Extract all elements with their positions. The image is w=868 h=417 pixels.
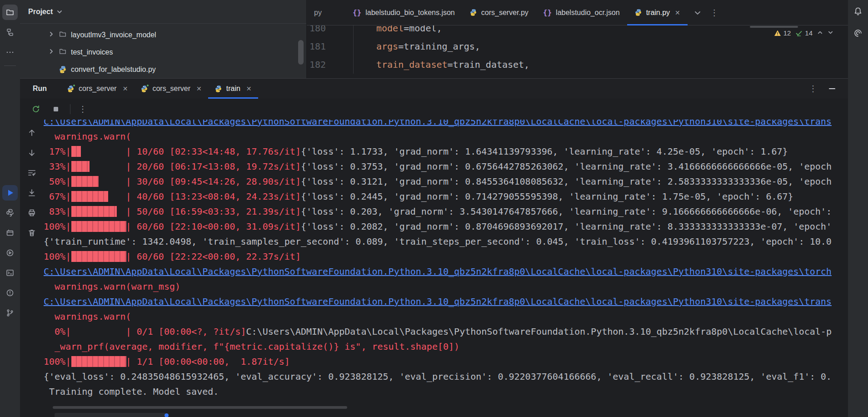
console-row: 100%|| 60/60 [22:22<00:00, 22.37s/it]: [44, 249, 848, 264]
console-options-kebab-icon[interactable]: ⋮: [79, 105, 87, 113]
editor-tab-labelstudio_ocr.json[interactable]: {}labelstudio_ocr.json: [536, 0, 627, 25]
console-stderr-text: 67%|: [44, 191, 71, 202]
run-tabs: cors_server✕cors_server✕train✕: [60, 79, 258, 99]
console-stdout-text: Training complete. Model saved.: [44, 386, 219, 397]
close-tab-icon[interactable]: ✕: [196, 85, 202, 92]
console-row: warnings.warn(: [44, 309, 848, 324]
services-tool-icon[interactable]: [2, 245, 18, 261]
terminal-tool-icon[interactable]: [2, 265, 18, 281]
right-tool-stripe: [848, 0, 868, 417]
editor-area[interactable]: 180model=model,181args=training_args,182…: [307, 25, 848, 78]
console-stderr-text: | 50/60 [16:59<03:33, 21.39s/it]: [126, 206, 301, 217]
project-panel-header[interactable]: Project: [20, 0, 306, 24]
print-button[interactable]: [26, 207, 38, 219]
run-tab-cors_server[interactable]: cors_server✕: [134, 79, 208, 99]
arrow-up-button[interactable]: [26, 127, 38, 139]
progress-bar: [71, 206, 125, 217]
console-hscrollbar-thumb[interactable]: [53, 406, 347, 409]
console-stderr-text: | 0/1 [00:00<?, ?it/s]: [126, 326, 246, 337]
editor-tab-labelstudio_bio_tokens.json[interactable]: {}labelstudio_bio_tokens.json: [345, 0, 462, 25]
console-stderr-text: | 40/60 [13:23<08:04, 24.23s/it]: [126, 191, 301, 202]
console-stderr-text: | 30/60 [09:45<14:26, 28.90s/it]: [126, 176, 301, 187]
run-tab-label: cors_server: [152, 85, 190, 93]
python-run-icon: [67, 85, 75, 93]
left-stripe-bottom-group: [2, 185, 18, 325]
progress-bar-fill: [71, 206, 117, 217]
ai-assistant-icon[interactable]: [853, 28, 863, 40]
console-row: {'eval_loss': 0.24835048615932465, 'eval…: [44, 369, 848, 384]
tab-bar-actions: ⋮: [694, 0, 723, 25]
left-stripe-top-group: [2, 5, 18, 65]
scroll-to-end-button[interactable]: [26, 187, 38, 199]
warnings-count: 12: [783, 29, 791, 37]
progress-bar: [71, 221, 125, 232]
code-keyword-arg: args: [376, 41, 398, 52]
run-toolbar: ⋮: [20, 99, 848, 120]
run-tab-label: cors_server: [79, 85, 117, 93]
tab-options-kebab-icon[interactable]: ⋮: [710, 9, 718, 17]
tab-label: labelstudio_bio_tokens.json: [365, 9, 455, 17]
close-tab-icon[interactable]: ✕: [246, 85, 252, 92]
console-file-link[interactable]: C:\Users\ADMIN\AppData\Local\Packages\Py…: [44, 120, 832, 127]
run-tab-train[interactable]: train✕: [208, 79, 258, 99]
run-tab-label: train: [226, 85, 240, 93]
tree-item-label: test_invoices: [71, 48, 113, 56]
progress-bar: [71, 356, 125, 367]
arrow-down-button[interactable]: [26, 147, 38, 159]
python-packages-tool-icon[interactable]: [2, 205, 18, 221]
soft-wrap-button[interactable]: [26, 167, 38, 179]
problems-tool-icon[interactable]: [2, 285, 18, 301]
tree-item-test_invoices[interactable]: test_invoices: [20, 44, 306, 61]
previous-problem-button[interactable]: [817, 29, 823, 37]
console-row: C:\Users\ADMIN\AppData\Local\Packages\Py…: [44, 120, 848, 129]
rerun-button[interactable]: [30, 103, 42, 115]
more-tool-windows-icon[interactable]: [2, 45, 18, 60]
close-tab-icon[interactable]: ✕: [123, 85, 128, 92]
console-row: {'train_runtime': 1342.0498, 'train_samp…: [44, 234, 848, 249]
editor-tab-py[interactable]: py: [307, 0, 345, 25]
progress-bar: [71, 326, 125, 337]
tab-label: cors_server.py: [481, 9, 529, 17]
tree-item-convert_for_labelstudio.py[interactable]: convert_for_labelstudio.py: [20, 61, 306, 78]
project-panel-title: Project: [28, 8, 53, 16]
minimize-panel-icon[interactable]: [829, 88, 835, 89]
chevron-right-icon[interactable]: [48, 31, 55, 39]
console-row: Training complete. Model saved.: [44, 384, 848, 399]
console-stderr-text: | 1/1 [00:00<00:00, 1.87it/s]: [126, 356, 290, 367]
console-row: 33%|| 20/60 [06:17<13:08, 19.72s/it]{'lo…: [44, 159, 848, 174]
run-tab-cors_server[interactable]: cors_server✕: [60, 79, 134, 99]
run-options-kebab-icon[interactable]: ⋮: [809, 85, 817, 93]
json-file-icon: {}: [353, 8, 361, 17]
python-console-tool-icon[interactable]: [2, 225, 18, 241]
console-file-link[interactable]: C:\Users\ADMIN\AppData\Local\Packages\Py…: [44, 266, 832, 277]
clipped-bottom-row: [55, 413, 166, 417]
console-row: warnings.warn(warn_msg): [44, 279, 848, 294]
progress-bar-fill: [71, 221, 126, 232]
clear-trash-button[interactable]: [26, 227, 38, 239]
close-tab-icon[interactable]: ✕: [675, 9, 680, 16]
python-run-icon: [215, 85, 222, 93]
structure-tool-icon[interactable]: [2, 25, 18, 40]
chevron-down-icon[interactable]: [694, 9, 701, 16]
structure-icon: [5, 28, 15, 37]
inspection-ok[interactable]: 14: [795, 29, 813, 37]
stop-button[interactable]: [50, 103, 62, 115]
clipped-bottom-indicator-dot: [165, 413, 169, 417]
project-scrollbar-thumb[interactable]: [298, 40, 304, 65]
tree-item-layoutlmv3_invoice_model[interactable]: layoutlmv3_invoice_model: [20, 26, 306, 44]
console-stdout-text: C:\Users\ADMIN\AppData\Local\Packages\Py…: [246, 326, 832, 337]
next-problem-button[interactable]: [828, 29, 833, 37]
chevron-right-icon[interactable]: [48, 48, 55, 56]
editor-tab-train.py[interactable]: train.py✕: [627, 0, 688, 25]
inspection-warnings[interactable]: 12: [774, 29, 791, 37]
code-line-181: 181args=training_args,: [307, 37, 848, 55]
editor-tab-cors_server.py[interactable]: cors_server.py: [462, 0, 536, 25]
run-panel-title: Run: [33, 79, 47, 99]
more-icon: [5, 48, 15, 57]
console-file-link[interactable]: C:\Users\ADMIN\AppData\Local\Packages\Py…: [44, 296, 832, 307]
notifications-bell-icon[interactable]: [853, 6, 863, 18]
progress-bar: [71, 146, 125, 157]
project-tool-icon[interactable]: [2, 5, 18, 20]
run-tool-icon[interactable]: [2, 185, 18, 201]
version-control-tool-icon[interactable]: [2, 305, 18, 321]
